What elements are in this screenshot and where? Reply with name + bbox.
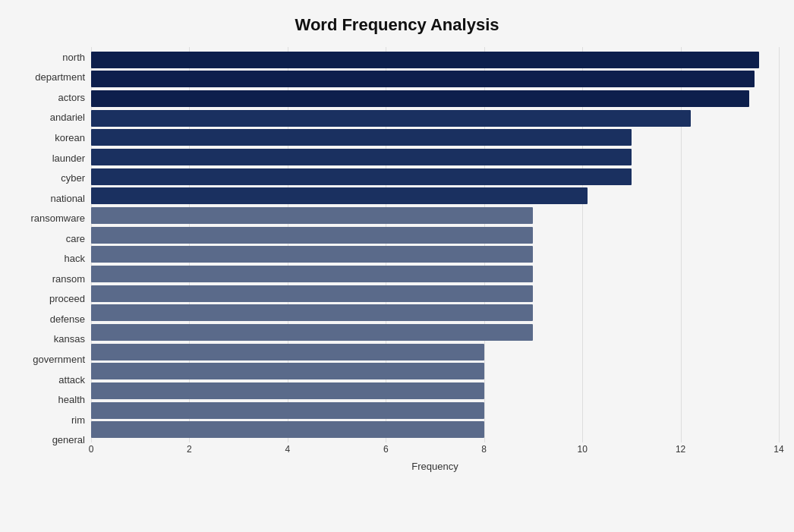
bar-row — [91, 167, 779, 187]
bar-row — [91, 128, 779, 148]
bar-row — [91, 323, 779, 342]
bar-row — [91, 304, 779, 323]
y-axis: northdepartmentactorsandarielkoreanlaund… — [15, 47, 91, 473]
y-label: general — [52, 435, 85, 445]
bar — [91, 324, 533, 341]
bar — [91, 187, 588, 204]
bar-row — [91, 342, 779, 362]
y-label: health — [58, 395, 85, 405]
bar — [91, 110, 691, 127]
bar-row — [91, 225, 779, 245]
y-label: andariel — [50, 112, 85, 122]
y-label: defense — [50, 314, 85, 324]
bar-row — [91, 264, 779, 284]
y-label: launder — [52, 153, 85, 163]
bars-and-x: 02468101214 Frequency — [91, 47, 779, 473]
y-label: ransom — [52, 274, 85, 284]
chart-container: Word Frequency Analysis northdepartmenta… — [0, 0, 794, 532]
bar-row — [91, 420, 779, 439]
x-tick: 8 — [481, 444, 487, 455]
bar-row — [91, 147, 779, 167]
bars-wrapper — [91, 47, 779, 442]
bar-row — [91, 362, 779, 382]
x-tick: 10 — [577, 444, 587, 455]
y-label: hack — [65, 253, 85, 263]
y-label: actors — [58, 93, 85, 102]
bar-row — [91, 50, 779, 70]
bar — [91, 382, 484, 399]
y-label: department — [35, 72, 85, 82]
x-tick: 14 — [774, 444, 783, 455]
bar — [91, 168, 632, 185]
y-label: government — [33, 354, 85, 364]
bars-section — [91, 47, 779, 442]
chart-title: Word Frequency Analysis — [15, 15, 779, 35]
bar — [91, 266, 533, 282]
bar-row — [91, 381, 779, 401]
bar — [91, 129, 632, 146]
y-label: care — [66, 234, 85, 244]
bar-row — [91, 206, 779, 225]
x-tick: 12 — [676, 444, 685, 455]
x-tick: 4 — [285, 444, 291, 455]
bar-row — [91, 187, 779, 206]
bar — [91, 285, 533, 302]
chart-area: northdepartmentactorsandarielkoreanlaund… — [15, 47, 779, 473]
bar — [91, 246, 533, 263]
bar — [91, 207, 533, 224]
y-label: cyber — [61, 173, 85, 183]
bar-row — [91, 284, 779, 304]
y-label: proceed — [49, 294, 85, 304]
y-label: attack — [58, 375, 85, 385]
y-label: national — [50, 194, 85, 203]
bar-row — [91, 70, 779, 90]
x-tick: 2 — [187, 444, 192, 455]
bar — [91, 304, 533, 321]
y-label: rim — [71, 415, 85, 425]
bar — [91, 90, 749, 107]
bar — [91, 52, 759, 68]
bar — [91, 363, 484, 379]
bar — [91, 344, 484, 360]
bar — [91, 402, 484, 419]
x-axis-label: Frequency — [91, 461, 779, 472]
x-ticks: 02468101214 — [91, 442, 779, 458]
bar-row — [91, 245, 779, 265]
y-label: ransomware — [30, 213, 85, 223]
x-axis: 02468101214 Frequency — [91, 442, 779, 473]
bar — [91, 71, 755, 87]
y-label: kansas — [54, 334, 85, 344]
bar-row — [91, 401, 779, 420]
y-label: north — [62, 52, 85, 62]
bar — [91, 149, 632, 165]
bar-row — [91, 89, 779, 109]
x-tick: 0 — [89, 444, 94, 455]
bar-row — [91, 109, 779, 128]
x-tick: 6 — [383, 444, 389, 455]
bar — [91, 227, 533, 244]
y-label: korean — [55, 133, 85, 143]
bar — [91, 421, 484, 438]
grid-line — [779, 47, 780, 442]
